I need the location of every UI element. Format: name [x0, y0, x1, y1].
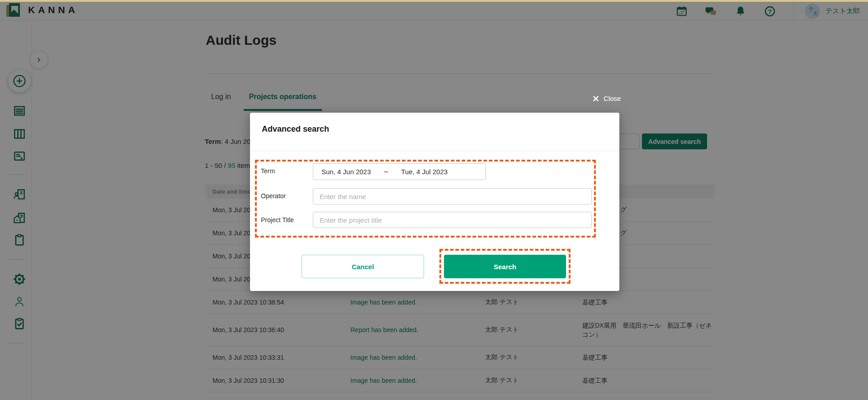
term-daterange-input[interactable]: Sun, 4 Jun 2023 ～ Tue, 4 Jul 2023: [313, 163, 486, 180]
modal-title: Advanced search: [262, 124, 329, 134]
top-accent-strip: [0, 0, 868, 2]
cancel-button[interactable]: Cancel: [302, 255, 424, 278]
term-to-value: Tue, 4 Jul 2023: [401, 168, 448, 176]
term-field-label: Term: [261, 167, 275, 175]
close-icon: [592, 95, 599, 102]
project-title-field-label: Project Title: [261, 216, 294, 224]
term-from-value: Sun, 4 Jun 2023: [321, 168, 371, 176]
operator-input[interactable]: [313, 188, 592, 205]
search-button[interactable]: Search: [444, 255, 566, 278]
project-title-input[interactable]: [313, 212, 592, 228]
modal-divider: [250, 151, 619, 151]
advanced-search-modal: Advanced search Term Sun, 4 Jun 2023 ～ T…: [250, 113, 619, 291]
close-label: Close: [604, 95, 621, 102]
operator-field-label: Operator: [261, 192, 286, 200]
term-range-separator: ～: [382, 167, 389, 176]
modal-close-button[interactable]: Close: [592, 95, 621, 102]
